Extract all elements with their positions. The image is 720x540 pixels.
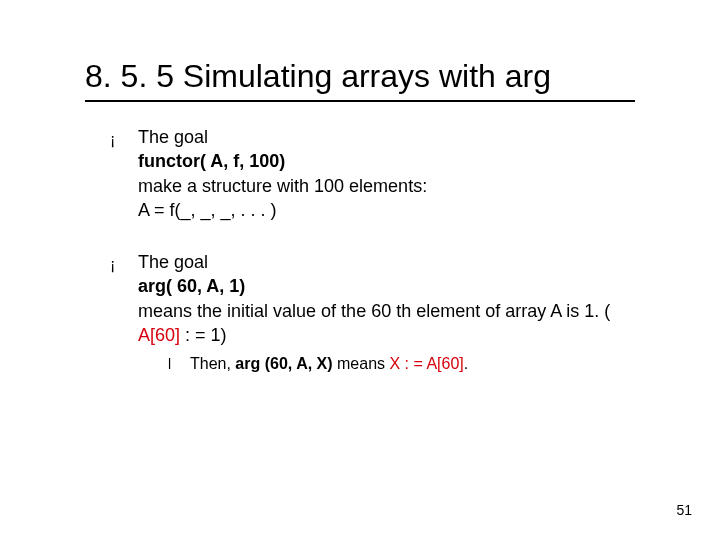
bullet-item: ¡The goalarg( 60, A, 1)means the initial…: [110, 250, 630, 375]
sub-bullet-item: lThen, arg (60, A, X) means X : = A[60].: [138, 353, 630, 375]
bullet-line: means the initial value of the 60 th ele…: [138, 299, 630, 348]
text-run: functor( A, f, 100): [138, 151, 285, 171]
text-run: arg( 60, A, 1): [138, 276, 245, 296]
hollow-bullet-icon: ¡: [110, 254, 115, 276]
text-run: X : = A[60]: [389, 355, 463, 372]
title-underline: [85, 100, 635, 102]
solid-bullet-icon: l: [168, 355, 171, 374]
text-run: Then,: [190, 355, 235, 372]
bullet-line: The goal: [138, 250, 630, 274]
text-run: A = f(_, _, _, . . . ): [138, 200, 277, 220]
bullet-line: arg( 60, A, 1): [138, 274, 630, 298]
text-run: The goal: [138, 127, 208, 147]
text-run: means the initial value of the 60 th ele…: [138, 301, 610, 321]
text-run: means: [337, 355, 389, 372]
text-run: : = 1): [180, 325, 227, 345]
text-run: The goal: [138, 252, 208, 272]
bullet-line: functor( A, f, 100): [138, 149, 630, 173]
slide-body: ¡The goalfunctor( A, f, 100)make a struc…: [110, 125, 630, 403]
bullet-line: The goal: [138, 125, 630, 149]
slide: 8. 5. 5 Simulating arrays with arg ¡The …: [0, 0, 720, 540]
text-run: .: [464, 355, 468, 372]
text-run: arg (60, A, X): [235, 355, 337, 372]
text-run: A[60]: [138, 325, 180, 345]
page-number: 51: [676, 502, 692, 518]
hollow-bullet-icon: ¡: [110, 129, 115, 151]
bullet-line: A = f(_, _, _, . . . ): [138, 198, 630, 222]
text-run: make a structure with 100 elements:: [138, 176, 427, 196]
slide-title: 8. 5. 5 Simulating arrays with arg: [85, 58, 551, 95]
bullet-line: make a structure with 100 elements:: [138, 174, 630, 198]
bullet-item: ¡The goalfunctor( A, f, 100)make a struc…: [110, 125, 630, 222]
